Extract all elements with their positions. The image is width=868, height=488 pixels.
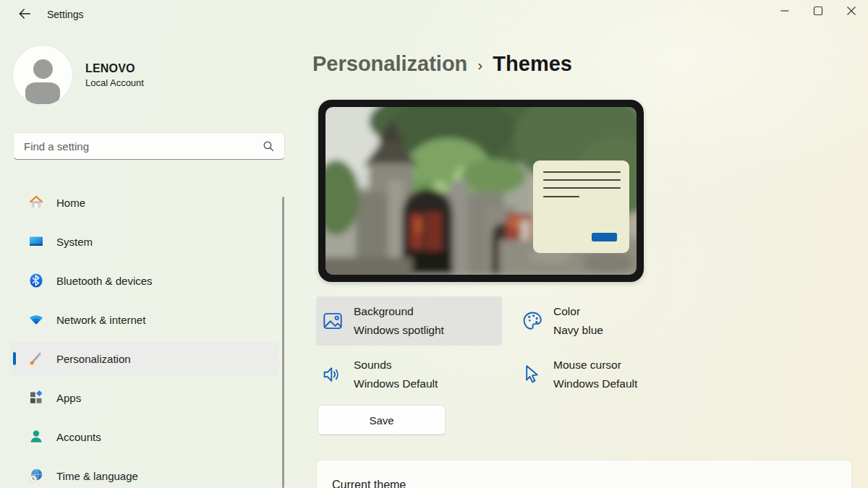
maximize-icon: [813, 6, 823, 19]
mouse-cursor-icon: [520, 362, 545, 387]
color-palette-icon: [520, 309, 545, 333]
window-controls: [768, 0, 868, 25]
current-theme-card: Current theme: [316, 460, 852, 488]
breadcrumb: Personalization › Themes: [312, 52, 572, 76]
sidebar-item-label: Time & language: [56, 470, 138, 482]
globe-clock-icon: [27, 467, 45, 484]
sidebar-item-network-internet[interactable]: Network & internet: [9, 303, 279, 336]
search-icon: [262, 140, 275, 155]
option-color[interactable]: Color Navy blue: [516, 296, 702, 346]
preview-card-overlay: [533, 160, 629, 253]
selected-accent-pill: [13, 352, 16, 365]
minimize-icon: [780, 6, 790, 19]
sidebar-scrollbar[interactable]: [282, 197, 284, 488]
apps-grid-icon: [27, 389, 45, 406]
breadcrumb-separator-icon: ›: [477, 54, 482, 74]
sidebar-item-apps[interactable]: Apps: [9, 381, 279, 414]
sidebar-item-home[interactable]: Home: [9, 186, 279, 219]
save-button[interactable]: Save: [318, 405, 446, 435]
account-header: LENOVO Local Account: [13, 46, 144, 105]
sidebar-item-system[interactable]: System: [9, 225, 279, 258]
close-icon: [846, 6, 856, 19]
sidebar-item-label: Network & internet: [56, 314, 145, 326]
account-name: LENOVO: [85, 62, 144, 75]
sidebar-item-label: Bluetooth & devices: [56, 275, 153, 287]
sounds-speaker-icon: [320, 362, 345, 387]
option-value: Windows spotlight: [354, 321, 444, 340]
sidebar-item-label: Apps: [56, 392, 81, 404]
sidebar-item-accounts[interactable]: Accounts: [9, 420, 279, 453]
current-theme-heading: Current theme: [332, 479, 406, 488]
background-image-icon: [320, 309, 345, 333]
option-value: Windows Default: [553, 374, 637, 393]
sidebar-item-bluetooth-devices[interactable]: Bluetooth & devices: [9, 264, 279, 297]
option-title: Color: [553, 302, 603, 321]
minimize-button[interactable]: [768, 0, 801, 25]
option-background[interactable]: Background Windows spotlight: [316, 296, 502, 346]
sidebar-item-time-language[interactable]: Time & language: [9, 459, 279, 488]
option-sounds[interactable]: Sounds Windows Default: [316, 350, 502, 399]
maximize-button[interactable]: [801, 0, 835, 25]
account-type: Local Account: [85, 77, 144, 88]
option-value: Navy blue: [553, 321, 603, 340]
sidebar-item-label: Personalization: [56, 353, 131, 365]
person-icon: [27, 428, 45, 445]
system-icon: [27, 233, 45, 250]
titlebar: Settings: [0, 0, 868, 30]
close-button[interactable]: [835, 0, 868, 25]
wifi-icon: [27, 311, 45, 328]
paintbrush-icon: [27, 350, 45, 367]
option-mouse-cursor[interactable]: Mouse cursor Windows Default: [516, 350, 702, 399]
avatar-person-icon: [33, 59, 53, 79]
theme-preview-image: [326, 107, 637, 275]
page-title: Themes: [493, 52, 572, 76]
sidebar-item-label: System: [56, 236, 93, 248]
back-arrow-icon: [17, 6, 33, 25]
sidebar-item-label: Home: [56, 197, 85, 209]
theme-preview-frame: [318, 100, 644, 282]
sidebar-nav: Home System Bluetooth & devices Network …: [9, 186, 279, 488]
bluetooth-icon: [27, 272, 45, 289]
home-icon: [27, 194, 45, 211]
option-title: Mouse cursor: [553, 356, 637, 374]
window-title: Settings: [47, 9, 84, 20]
option-title: Background: [354, 302, 444, 321]
breadcrumb-parent[interactable]: Personalization: [312, 52, 467, 76]
sidebar-item-label: Accounts: [56, 431, 101, 443]
search-box: [13, 132, 285, 160]
sidebar-item-personalization[interactable]: Personalization: [9, 342, 279, 375]
avatar: [13, 46, 72, 105]
option-value: Windows Default: [354, 374, 438, 393]
search-input[interactable]: [13, 132, 285, 160]
option-title: Sounds: [354, 356, 438, 374]
back-button[interactable]: [12, 3, 38, 27]
